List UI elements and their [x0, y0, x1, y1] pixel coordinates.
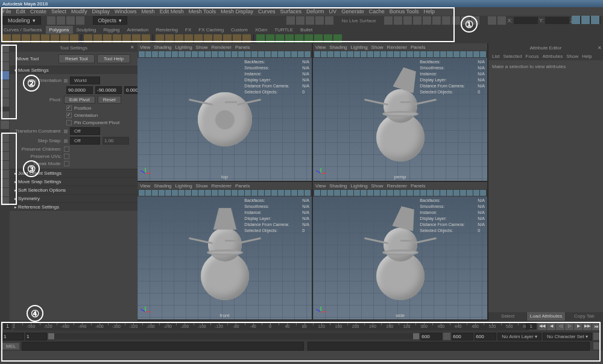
range-start-field[interactable]	[2, 333, 24, 340]
attr-menu-show[interactable]: Show	[566, 54, 578, 59]
status-icon[interactable]	[497, 16, 506, 25]
move-settings-section[interactable]: Move Settings	[10, 66, 137, 74]
vp-toolbar-icon[interactable]	[285, 51, 291, 57]
layout-icon[interactable]	[1, 161, 9, 169]
vp-toolbar-icon[interactable]	[407, 51, 413, 57]
soft-selection-section[interactable]: Soft Selection Options	[10, 186, 137, 194]
select-tab-button[interactable]: Select	[488, 312, 526, 321]
vp-toolbar-icon[interactable]	[453, 51, 459, 57]
shelf-tab-fx-caching[interactable]: FX Caching	[195, 26, 227, 34]
menu-create[interactable]: Create	[30, 8, 46, 14]
vp-toolbar-icon[interactable]	[374, 190, 380, 196]
vp-menu-panels[interactable]: Panels	[411, 45, 425, 50]
vp-toolbar-icon[interactable]	[460, 51, 466, 57]
vp-toolbar-icon[interactable]	[387, 51, 393, 57]
symmetry-section[interactable]: Symmetry	[10, 194, 137, 202]
menu-deform[interactable]: Deform	[306, 8, 324, 14]
range-icon[interactable]	[443, 333, 450, 340]
panel-close-icon[interactable]: ✕	[598, 45, 602, 51]
attr-menu-list[interactable]: List	[492, 54, 499, 59]
shelf-button[interactable]	[60, 34, 69, 43]
time-ruler[interactable]: 1-560-520-480-440-400-360-320-280-240-20…	[14, 322, 526, 330]
vp-toolbar-icon[interactable]	[473, 190, 479, 196]
layout-icon[interactable]	[1, 152, 9, 160]
viewport-persp[interactable]: ViewShadingLightingShowRendererPanelsBac…	[313, 43, 487, 181]
edit-pivot-button[interactable]: Edit Pivot	[64, 96, 95, 104]
vp-toolbar-icon[interactable]	[347, 51, 353, 57]
vp-toolbar-icon[interactable]	[225, 51, 231, 57]
preserve-children-checkbox[interactable]	[64, 146, 69, 152]
shelf-button[interactable]	[204, 34, 212, 43]
shelf-tab-curves-surfaces[interactable]: Curves / Surfaces	[0, 26, 46, 34]
vp-toolbar-icon[interactable]	[374, 51, 380, 57]
layout-icon[interactable]	[1, 188, 9, 196]
vp-menu-shading[interactable]: Shading	[154, 45, 171, 50]
shelf-button[interactable]	[165, 34, 174, 43]
vp-toolbar-icon[interactable]	[327, 190, 333, 196]
shelf-tab-rigging[interactable]: Rigging	[99, 26, 123, 34]
menu-mesh-tools[interactable]: Mesh Tools	[189, 8, 216, 14]
shelf-tab-fx[interactable]: FX	[182, 26, 195, 34]
move-tool-icon[interactable]	[1, 71, 9, 80]
shelf-button[interactable]	[266, 34, 274, 43]
vp-toolbar-icon[interactable]	[380, 51, 387, 57]
vp-toolbar-icon[interactable]	[414, 190, 420, 196]
copy-tab-button[interactable]: Copy Tab	[565, 312, 603, 321]
reset-pivot-button[interactable]: Reset	[98, 96, 121, 104]
attr-menu-selected[interactable]: Selected	[503, 54, 522, 59]
layout-four-icon[interactable]	[1, 121, 9, 129]
vp-menu-view[interactable]: View	[140, 45, 150, 50]
vp-menu-renderer[interactable]: Renderer	[212, 183, 232, 189]
status-icon[interactable]	[413, 16, 421, 25]
shelf-tab-rendering[interactable]: Rendering	[152, 26, 182, 34]
status-icon[interactable]	[423, 16, 431, 25]
vp-toolbar-icon[interactable]	[380, 190, 387, 196]
reference-settings-section[interactable]: Reference Settings	[10, 202, 137, 211]
playback-end-field[interactable]	[420, 333, 442, 340]
vp-menu-show[interactable]: Show	[371, 183, 384, 189]
vp-toolbar-icon[interactable]	[291, 51, 297, 57]
vp-menu-lighting[interactable]: Lighting	[351, 45, 368, 50]
menu-modify[interactable]: Modify	[71, 8, 87, 14]
status-icon[interactable]	[394, 16, 402, 25]
step-back-icon[interactable]: ◀◀	[538, 322, 546, 330]
vp-menu-renderer[interactable]: Renderer	[212, 45, 232, 50]
vp-toolbar-icon[interactable]	[165, 190, 171, 196]
status-icon[interactable]	[76, 16, 84, 25]
vp-toolbar-icon[interactable]	[334, 51, 340, 57]
shelf-button[interactable]	[113, 34, 121, 43]
vp-toolbar-icon[interactable]	[185, 51, 191, 57]
axis-y-field[interactable]	[95, 86, 122, 94]
shelf-button[interactable]	[51, 34, 59, 43]
vp-menu-shading[interactable]: Shading	[329, 183, 347, 189]
status-icon[interactable]	[432, 16, 441, 25]
status-icon[interactable]	[452, 16, 460, 25]
viewport-canvas[interactable]: Backfaces:N/ASmoothness:N/AInstance:N/AD…	[313, 196, 487, 319]
shelf-button[interactable]	[122, 34, 131, 43]
status-icon[interactable]	[461, 16, 470, 25]
vp-toolbar-icon[interactable]	[447, 190, 453, 196]
shelf-button[interactable]	[333, 34, 342, 43]
vp-toolbar-icon[interactable]	[341, 190, 347, 196]
vp-toolbar-icon[interactable]	[394, 51, 400, 57]
vp-toolbar-icon[interactable]	[271, 51, 277, 57]
shelf-button[interactable]	[295, 34, 303, 43]
menu-edit[interactable]: Edit	[16, 8, 26, 14]
vp-toolbar-icon[interactable]	[165, 51, 171, 57]
vp-toolbar-icon[interactable]	[285, 190, 291, 196]
vp-menu-show[interactable]: Show	[371, 45, 384, 50]
shelf-button[interactable]	[22, 34, 30, 43]
status-icon[interactable]	[488, 16, 496, 25]
reset-tool-button[interactable]: Reset Tool	[58, 54, 95, 63]
vp-menu-panels[interactable]: Panels	[235, 45, 250, 50]
menu-mesh[interactable]: Mesh	[142, 8, 155, 14]
menu-generate[interactable]: Generate	[341, 8, 364, 14]
status-icon[interactable]	[57, 16, 65, 25]
snap-icon[interactable]	[296, 16, 305, 25]
shelf-button[interactable]	[194, 34, 203, 43]
shelf-button[interactable]	[305, 34, 313, 43]
vp-toolbar-icon[interactable]	[185, 190, 191, 196]
vp-toolbar-icon[interactable]	[172, 51, 178, 57]
shelf-button[interactable]	[31, 34, 40, 43]
shelf-button[interactable]	[2, 34, 11, 43]
